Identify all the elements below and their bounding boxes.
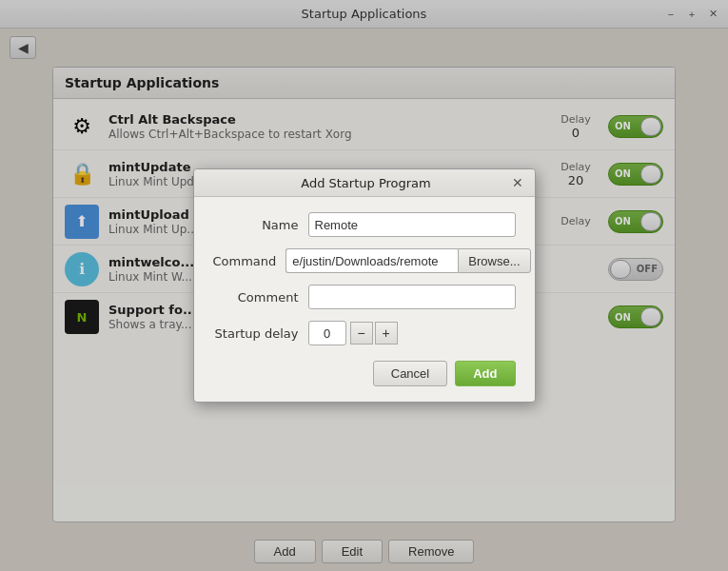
comment-input[interactable] bbox=[308, 285, 516, 309]
delay-controls: − + bbox=[308, 321, 398, 345]
dialog-buttons: Cancel Add bbox=[213, 361, 516, 386]
dialog-titlebar: Add Startup Program ✕ bbox=[194, 169, 535, 197]
comment-row: Comment bbox=[213, 285, 516, 309]
dialog-add-button[interactable]: Add bbox=[455, 361, 515, 386]
delay-label: Startup delay bbox=[213, 326, 308, 341]
delay-decrement-button[interactable]: − bbox=[350, 322, 373, 345]
name-input[interactable] bbox=[308, 212, 516, 237]
delay-row: Startup delay − + bbox=[213, 321, 516, 345]
dialog-title: Add Startup Program bbox=[223, 176, 510, 190]
delay-increment-button[interactable]: + bbox=[375, 322, 398, 345]
overlay: Add Startup Program ✕ Name Command Brows… bbox=[0, 0, 728, 571]
dialog-close-button[interactable]: ✕ bbox=[510, 175, 525, 190]
cancel-button[interactable]: Cancel bbox=[373, 361, 447, 386]
name-row: Name bbox=[213, 212, 516, 237]
dialog-body: Name Command Browse... Comment Startup d… bbox=[194, 197, 535, 402]
name-label: Name bbox=[213, 218, 308, 232]
command-label: Command bbox=[213, 254, 286, 268]
add-startup-dialog: Add Startup Program ✕ Name Command Brows… bbox=[193, 168, 536, 403]
command-row: Command Browse... bbox=[213, 248, 516, 273]
command-field-group: Browse... bbox=[285, 248, 530, 273]
delay-input[interactable] bbox=[308, 321, 346, 345]
command-input[interactable] bbox=[285, 248, 458, 273]
comment-label: Comment bbox=[213, 290, 308, 305]
browse-button[interactable]: Browse... bbox=[458, 248, 530, 273]
